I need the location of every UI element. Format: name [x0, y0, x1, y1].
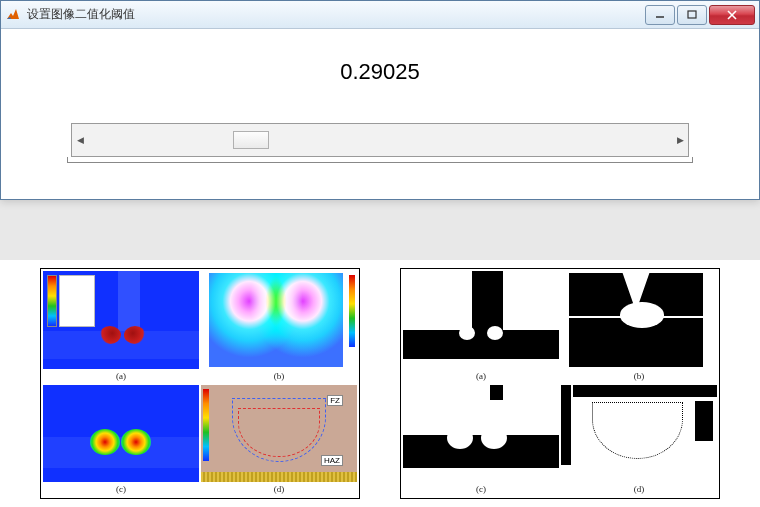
binary-panel-c: [403, 385, 559, 483]
matlab-icon: [5, 7, 21, 23]
slider-thumb[interactable]: [233, 131, 269, 149]
original-caption-c: (c): [43, 484, 199, 496]
svg-line-2: [728, 11, 736, 19]
window-title: 设置图像二值化阈值: [27, 6, 643, 23]
original-panel-a: [43, 271, 199, 369]
original-panel-b: [201, 271, 357, 369]
control-panel: 0.29025 ◀ ▶: [1, 29, 759, 199]
original-figure-grid: (a) (b) FZ HAZ (c) (d): [40, 268, 360, 499]
threshold-value: 0.29025: [41, 59, 719, 85]
label-haz: HAZ: [321, 455, 343, 466]
binary-caption-a: (a): [403, 371, 559, 383]
original-caption-d: (d): [201, 484, 357, 496]
slider-decrement-button[interactable]: ◀: [73, 131, 87, 149]
original-caption-a: (a): [43, 371, 199, 383]
dialog-window: 设置图像二值化阈值 0.29025 ◀ ▶: [0, 0, 760, 200]
binary-panel-d: [561, 385, 717, 483]
svg-line-3: [728, 11, 736, 19]
original-panel-c: [43, 385, 199, 483]
binary-caption-c: (c): [403, 484, 559, 496]
slider-track[interactable]: ◀ ▶: [71, 123, 689, 157]
binary-caption-d: (d): [561, 484, 717, 496]
figures-area: (a) (b) FZ HAZ (c) (d) (a) (b): [0, 260, 760, 507]
close-button[interactable]: [709, 5, 755, 25]
minimize-button[interactable]: [645, 5, 675, 25]
titlebar[interactable]: 设置图像二值化阈值: [1, 1, 759, 29]
maximize-button[interactable]: [677, 5, 707, 25]
label-fz: FZ: [327, 395, 343, 406]
original-caption-b: (b): [201, 371, 357, 383]
binary-panel-b: [561, 271, 717, 369]
original-panel-d: FZ HAZ: [201, 385, 357, 483]
svg-rect-1: [688, 11, 696, 18]
slider-increment-button[interactable]: ▶: [673, 131, 687, 149]
binary-caption-b: (b): [561, 371, 717, 383]
binary-panel-a: [403, 271, 559, 369]
threshold-slider[interactable]: ◀ ▶: [71, 117, 689, 163]
binary-figure-grid: (a) (b) (c) (d): [400, 268, 720, 499]
